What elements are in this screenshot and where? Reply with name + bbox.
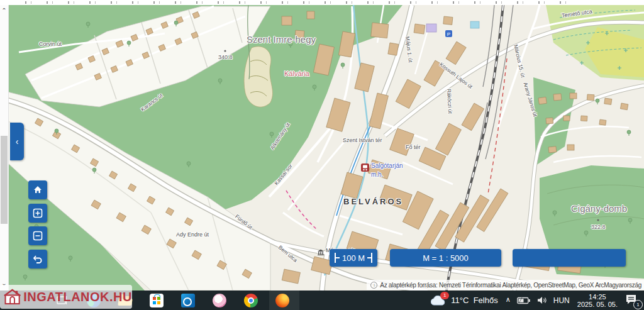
plus-square-icon (33, 208, 43, 218)
undo-arrow-icon (33, 255, 43, 264)
clock-time: 14:25 (577, 293, 618, 301)
scale-bar-button[interactable]: 100 M (330, 249, 377, 267)
back-extent-button[interactable] (28, 250, 47, 268)
paint-app-icon[interactable] (213, 294, 226, 307)
volume-icon[interactable] (537, 296, 547, 304)
ingatlanok-watermark: INGATLANOK.HU (0, 285, 132, 309)
screen: P Corvin útSzent Imre-hegy340.8KálváriaK… (0, 0, 644, 310)
top-cutoff-strip (0, 0, 644, 5)
home-button[interactable] (28, 180, 47, 199)
map-graphics: P (0, 5, 644, 291)
scrollbar-thumb[interactable] (1, 136, 8, 224)
notification-count-badge: 1 (633, 300, 643, 309)
scale-ratio-button[interactable]: M = 1 : 5000 (390, 249, 501, 267)
taskbar-tray: 1 11°C Felhős ∧ HUN 14:25 (430, 291, 639, 310)
firefox-icon[interactable] (275, 294, 289, 307)
battery-icon[interactable] (517, 297, 531, 304)
scale-ratio-label: M = 1 : 5000 (423, 253, 469, 263)
tray-chevron-up-icon[interactable]: ∧ (506, 296, 511, 304)
weather-condition: Felhős (474, 296, 498, 305)
scale-bar-label: 100 M (340, 253, 367, 263)
weather-temperature: 11°C (451, 296, 469, 305)
zoom-in-button[interactable] (28, 204, 47, 223)
chevron-left-icon: ‹ (16, 136, 19, 147)
scroll-up-arrow-icon[interactable]: ⌃ (0, 6, 8, 15)
vertical-scrollbar[interactable]: ⌃ ⌄ (0, 5, 9, 291)
language-indicator[interactable]: HUN (553, 296, 570, 305)
action-center-button[interactable]: 1 (625, 294, 639, 307)
system-tray: ∧ HUN (506, 296, 570, 305)
weather-badge: 1 (440, 292, 449, 299)
empty-blue-button[interactable] (513, 249, 626, 267)
clock-date: 2025. 05. 05. (577, 301, 618, 308)
house-logo-icon (4, 287, 21, 306)
minus-square-icon (33, 231, 43, 241)
clock[interactable]: 14:25 2025. 05. 05. (577, 293, 618, 308)
zoom-out-button[interactable] (28, 226, 47, 245)
watermark-text: INGATLANOK.HU (23, 290, 132, 304)
outlook-icon[interactable] (181, 294, 195, 307)
map-canvas[interactable]: P Corvin útSzent Imre-hegy340.8KálváriaK… (0, 5, 644, 291)
cutoff-text-remnants (25, 1, 566, 4)
chrome-icon[interactable] (244, 294, 258, 307)
attribution-text: Az alaptérkép forrása: Nemzeti Térinform… (380, 282, 641, 289)
microsoft-store-icon[interactable] (150, 294, 164, 307)
info-icon: i (370, 282, 377, 289)
svg-text:P: P (447, 31, 450, 37)
weather-widget[interactable]: 1 11°C Felhős (430, 294, 497, 307)
attribution-bar: i Az alaptérkép forrása: Nemzeti Térinfo… (367, 280, 644, 290)
home-icon (33, 185, 43, 195)
sidebar-collapse-tab[interactable]: ‹ (10, 123, 24, 160)
